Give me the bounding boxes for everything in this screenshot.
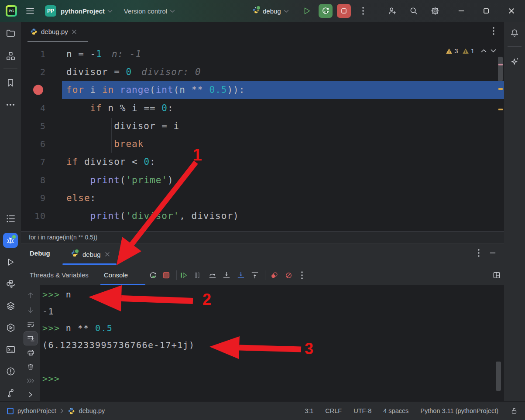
line-number[interactable]: 1	[21, 49, 62, 59]
resume-button[interactable]	[178, 269, 190, 281]
stripe-mark-warning[interactable]	[498, 109, 503, 110]
sidebar-item-services[interactable]	[3, 298, 18, 314]
soft-wrap-button[interactable]	[24, 318, 37, 331]
panel-options-button[interactable]	[478, 249, 480, 257]
close-icon[interactable]	[72, 29, 77, 34]
close-icon[interactable]	[105, 252, 110, 257]
tab-debug-py[interactable]: debug.py	[27, 22, 79, 41]
print-button[interactable]	[24, 346, 37, 359]
inspection-widget[interactable]: 3 1	[446, 47, 496, 55]
file-encoding[interactable]: UTF-8	[353, 407, 371, 414]
line-number[interactable]: 5	[21, 121, 62, 131]
search-everywhere-button[interactable]	[406, 3, 421, 18]
debug-console[interactable]: >>> n-1>>> n ** 0.5(6.123233995736766e-1…	[21, 285, 504, 401]
stop-debug-button[interactable]	[160, 269, 172, 281]
sidebar-item-notifications[interactable]	[507, 25, 522, 41]
sidebar-item-more[interactable]	[3, 97, 18, 113]
breakpoint-icon[interactable]	[33, 85, 43, 95]
python-interpreter[interactable]: Python 3.11 (pythonProject)	[420, 407, 498, 414]
sidebar-item-bookmarks[interactable]	[3, 75, 18, 91]
code-text[interactable]: divisor = 0divisor: 0	[62, 63, 504, 81]
maximize-button[interactable]	[479, 3, 494, 18]
sidebar-item-structure[interactable]	[3, 48, 18, 64]
pause-button[interactable]	[191, 269, 203, 281]
debug-session-tab[interactable]: debug	[67, 247, 113, 262]
more-run-actions-button[interactable]	[356, 3, 371, 18]
project-widget[interactable]: PP pythonProject	[45, 5, 113, 17]
tab-options-button[interactable]	[493, 27, 494, 35]
scroll-to-end-button[interactable]	[24, 332, 37, 345]
stripe-mark-pink[interactable]	[498, 64, 503, 65]
code-text[interactable]: print('divisor', divisor)	[62, 207, 504, 225]
code-editor[interactable]: 1n = -1n: -12divisor = 0divisor: 0for i …	[21, 42, 504, 231]
line-number[interactable]: 10	[21, 211, 62, 221]
code-text[interactable]: n = -1n: -1	[62, 45, 504, 63]
breadcrumb-file[interactable]: debug.py	[79, 407, 105, 414]
status-breadcrumb[interactable]: pythonProject debug.py	[7, 407, 105, 415]
settings-button[interactable]	[428, 3, 443, 18]
line-number[interactable]: 2	[21, 67, 62, 77]
breadcrumb-project[interactable]: pythonProject	[17, 407, 56, 414]
rerun-debug-button[interactable]	[319, 4, 333, 18]
force-step-into-button[interactable]	[235, 269, 247, 281]
expand-button[interactable]	[24, 388, 37, 401]
code-text[interactable]: else:	[62, 189, 504, 207]
weak-warning-count[interactable]: 1	[462, 47, 474, 55]
tab-console[interactable]: Console	[104, 265, 128, 284]
sidebar-item-python-console[interactable]	[3, 276, 18, 292]
tab-threads-variables[interactable]: Threads & Variables	[30, 265, 89, 284]
stop-button[interactable]	[337, 4, 351, 18]
code-text[interactable]: divisor = i	[62, 117, 504, 135]
history-down-button[interactable]	[24, 304, 37, 317]
scrollbar-thumb[interactable]	[498, 57, 503, 81]
line-number[interactable]: 4	[21, 103, 62, 113]
minimize-button[interactable]	[454, 3, 469, 18]
more-debug-actions-button[interactable]	[296, 269, 308, 281]
sidebar-item-debug[interactable]	[3, 233, 18, 248]
code-with-me-button[interactable]	[385, 3, 400, 18]
line-number[interactable]: 9	[21, 193, 62, 203]
sidebar-item-structure-view[interactable]	[3, 211, 18, 226]
close-button[interactable]	[504, 3, 519, 18]
code-text[interactable]: print('prime')	[62, 171, 504, 189]
console-scrollbar-thumb[interactable]	[496, 362, 501, 391]
sidebar-item-project[interactable]	[3, 25, 18, 41]
sidebar-item-problems[interactable]	[3, 363, 18, 379]
clear-console-button[interactable]	[24, 360, 37, 373]
line-number[interactable]: 8	[21, 175, 62, 185]
indent-style[interactable]: 4 spaces	[383, 407, 408, 414]
sidebar-item-version-control[interactable]	[3, 385, 18, 401]
execution-line[interactable]: for i in range(int(n ** 0.5)):	[62, 81, 504, 99]
main-menu-button[interactable]	[26, 7, 34, 14]
code-text[interactable]: if divisor < 0:	[62, 153, 504, 171]
editor-scrollbar[interactable]	[498, 42, 504, 231]
line-number[interactable]: 6	[21, 139, 62, 149]
hide-panel-button[interactable]	[489, 249, 496, 256]
view-breakpoints-button[interactable]	[268, 269, 280, 281]
version-control-menu[interactable]: Version control	[124, 7, 175, 15]
layout-settings-button[interactable]	[491, 269, 503, 281]
sidebar-item-run[interactable]	[3, 254, 18, 270]
step-out-button[interactable]	[249, 269, 261, 281]
warning-count[interactable]: 3	[446, 47, 458, 55]
sidebar-item-ai-assistant[interactable]	[507, 54, 522, 69]
unlock-icon[interactable]	[510, 407, 518, 415]
sidebar-item-terminal[interactable]	[3, 341, 18, 357]
step-over-button[interactable]	[206, 269, 219, 281]
run-button[interactable]	[299, 3, 314, 18]
pycharm-logo[interactable]: PC	[6, 5, 17, 17]
code-text[interactable]: break	[62, 135, 504, 153]
rerun-button[interactable]	[147, 269, 159, 281]
line-number[interactable]: 7	[21, 157, 62, 167]
previous-problem-button[interactable]	[481, 49, 487, 53]
run-config-selector[interactable]: debug	[252, 6, 289, 16]
next-problem-button[interactable]	[491, 49, 496, 53]
step-into-button[interactable]	[220, 269, 233, 281]
sidebar-item-python-packages[interactable]	[3, 320, 18, 335]
history-up-button[interactable]	[24, 289, 37, 302]
caret-position[interactable]: 3:1	[305, 407, 313, 414]
mute-breakpoints-button[interactable]	[282, 269, 295, 281]
code-text[interactable]: if n % i == 0:	[62, 99, 504, 117]
command-history-button[interactable]	[24, 374, 37, 387]
line-separator[interactable]: CRLF	[325, 407, 342, 414]
